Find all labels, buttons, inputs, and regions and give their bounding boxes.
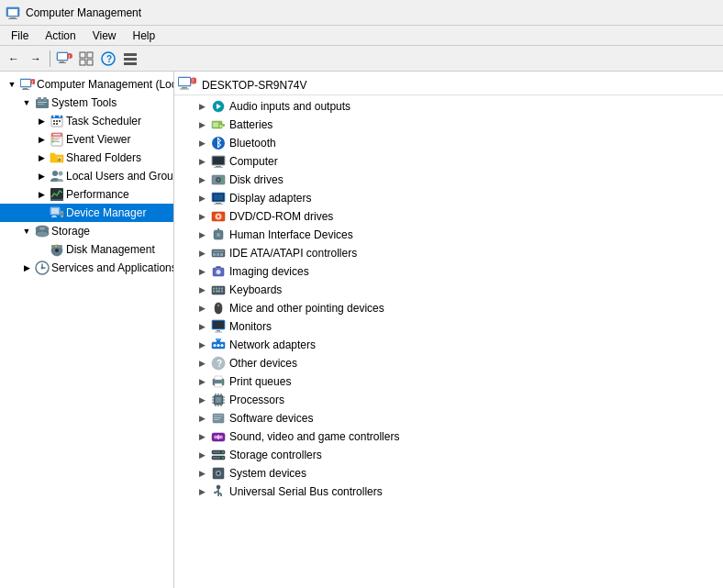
device-list-item[interactable]: System devices	[174, 464, 723, 483]
device-expand-icon[interactable]	[196, 119, 207, 130]
device-expand-icon[interactable]	[196, 468, 207, 479]
device-expand-icon[interactable]	[196, 376, 207, 387]
svg-rect-104	[213, 253, 216, 256]
toolbar-list-button[interactable]	[120, 49, 140, 69]
menu-action[interactable]: Action	[38, 28, 83, 44]
root-expand-icon[interactable]	[6, 78, 18, 91]
device-list-item[interactable]: Disk drives	[174, 171, 723, 189]
svg-rect-26	[38, 97, 41, 101]
device-list-item[interactable]: ᛒ Bluetooth	[174, 134, 723, 152]
toolbar-forward-button[interactable]: →	[26, 49, 46, 69]
shared-folders-icon	[50, 150, 64, 165]
device-expand-icon[interactable]	[196, 211, 207, 222]
device-list-item[interactable]: ? Other devices	[174, 354, 723, 372]
device-list-item[interactable]: + Batteries	[174, 116, 723, 134]
device-list-item[interactable]: Mice and other pointing devices	[174, 299, 723, 317]
device-expand-icon[interactable]	[196, 193, 207, 204]
device-expand-icon[interactable]	[196, 266, 207, 277]
performance-expand-icon[interactable]	[35, 188, 48, 201]
svg-rect-17	[124, 58, 137, 61]
device-list-item[interactable]: Print queues	[174, 372, 723, 391]
device-icon	[211, 411, 226, 426]
local-users-expand-icon[interactable]	[35, 170, 48, 183]
tree-root[interactable]: ! Computer Management (Local	[0, 75, 173, 94]
svg-point-169	[217, 485, 220, 489]
svg-rect-173	[214, 492, 217, 494]
device-list-item[interactable]: Imaging devices	[174, 262, 723, 281]
device-expand-icon[interactable]	[196, 394, 207, 405]
device-list-item[interactable]: Storage controllers	[174, 446, 723, 464]
device-expand-icon[interactable]	[196, 248, 207, 259]
tree-local-users[interactable]: Local Users and Groups	[0, 167, 173, 185]
device-expand-icon[interactable]	[196, 174, 207, 185]
device-expand-icon[interactable]	[196, 156, 207, 167]
tree-device-manager[interactable]: Device Manager	[0, 204, 173, 222]
device-list-item[interactable]: Software devices	[174, 409, 723, 427]
device-icon: +	[211, 117, 226, 132]
device-list-item[interactable]: Computer	[174, 152, 723, 171]
device-expand-icon[interactable]	[196, 358, 207, 369]
toolbar-back-button[interactable]: ←	[4, 49, 24, 69]
tree-task-scheduler[interactable]: Task Scheduler	[0, 112, 173, 130]
device-expand-icon[interactable]	[196, 284, 207, 295]
device-list-item[interactable]: Human Interface Devices	[174, 226, 723, 244]
device-list-item[interactable]: Keyboards	[174, 281, 723, 299]
device-expand-icon[interactable]	[196, 138, 207, 149]
svg-rect-35	[56, 120, 58, 122]
device-expand-icon[interactable]	[196, 449, 207, 460]
task-scheduler-icon	[50, 114, 64, 128]
device-expand-icon[interactable]	[196, 101, 207, 112]
svg-rect-21	[23, 88, 28, 89]
svg-rect-18	[124, 62, 137, 65]
device-list-item[interactable]: Network adapters	[174, 336, 723, 354]
svg-point-126	[214, 344, 217, 347]
device-list-item[interactable]: Sound, video and game controllers	[174, 427, 723, 446]
device-expand-icon[interactable]	[196, 303, 207, 314]
toolbar-help-button[interactable]: ?	[98, 49, 118, 69]
svg-point-100	[217, 233, 220, 237]
menu-file[interactable]: File	[4, 28, 36, 44]
device-expand-icon[interactable]	[196, 339, 207, 350]
svg-rect-22	[22, 89, 29, 90]
toolbar-grid-button[interactable]	[76, 49, 96, 69]
svg-point-62	[39, 227, 45, 230]
svg-rect-134	[215, 376, 222, 380]
services-expand-icon[interactable]	[20, 261, 33, 274]
storage-expand-icon[interactable]	[20, 225, 33, 238]
system-tools-expand-icon[interactable]	[20, 96, 33, 109]
device-expand-icon[interactable]	[196, 486, 207, 497]
device-list-item[interactable]: Display adapters	[174, 189, 723, 207]
device-list-item[interactable]: DVD/CD-ROM drives	[174, 207, 723, 226]
tree-disk-management[interactable]: Disk Management	[0, 240, 173, 259]
device-list-item[interactable]: Processors	[174, 391, 723, 409]
tree-performance[interactable]: Performance	[0, 185, 173, 204]
device-icon	[211, 429, 226, 444]
device-list-item[interactable]: Universal Serial Bus controllers	[174, 483, 723, 501]
tree-system-tools[interactable]: System Tools	[0, 94, 173, 112]
toolbar-computer-button[interactable]: !	[54, 49, 74, 69]
event-viewer-expand-icon[interactable]	[35, 133, 48, 146]
device-expand-icon[interactable]	[196, 321, 207, 332]
tree-storage[interactable]: Storage	[0, 222, 173, 240]
tree-event-viewer[interactable]: Event Viewer	[0, 130, 173, 149]
device-expand-icon[interactable]	[196, 431, 207, 442]
event-viewer-label: Event Viewer	[66, 133, 130, 146]
svg-point-69	[41, 267, 44, 270]
tree-shared-folders[interactable]: Shared Folders	[0, 149, 173, 167]
menu-help[interactable]: Help	[126, 28, 163, 44]
menu-view[interactable]: View	[85, 28, 124, 44]
svg-rect-5	[58, 53, 67, 60]
svg-rect-56	[51, 216, 57, 217]
svg-rect-12	[80, 60, 85, 65]
app-icon	[6, 6, 20, 20]
task-scheduler-expand-icon[interactable]	[35, 115, 48, 128]
device-expand-icon[interactable]	[196, 413, 207, 424]
tree-services-apps[interactable]: Services and Applications	[0, 259, 173, 277]
svg-rect-105	[217, 253, 219, 256]
device-expand-icon[interactable]	[196, 229, 207, 240]
event-viewer-icon	[50, 132, 64, 147]
device-list-item[interactable]: Monitors	[174, 317, 723, 336]
device-list-item[interactable]: IDE ATA/ATAPI controllers	[174, 244, 723, 262]
device-list-item[interactable]: Audio inputs and outputs	[174, 97, 723, 116]
shared-folders-expand-icon[interactable]	[35, 151, 48, 164]
